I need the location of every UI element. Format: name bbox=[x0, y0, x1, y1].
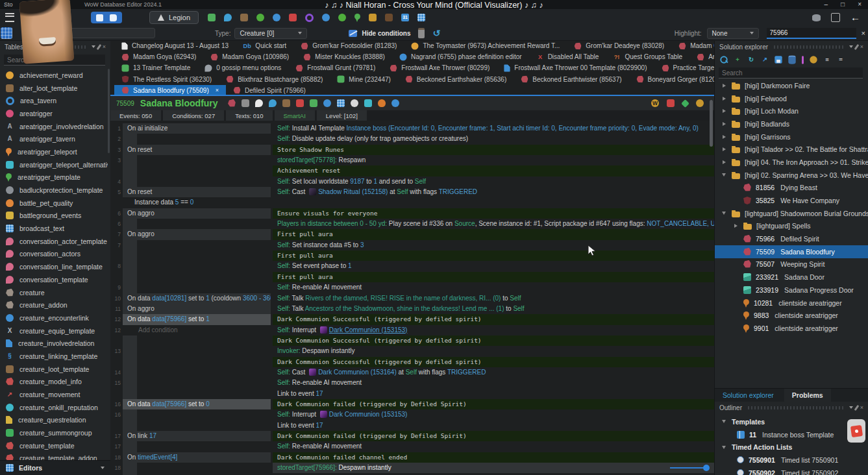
clipboard-icon[interactable] bbox=[418, 28, 425, 38]
dynamite-icon[interactable] bbox=[296, 99, 304, 107]
sidebar-item-creature_loot_template[interactable]: creature_loot_template bbox=[0, 363, 108, 376]
outliner-item-11[interactable]: 11Instance boss Template bbox=[715, 428, 868, 441]
script-row[interactable]: 17Self: Re-enable AI movement bbox=[110, 441, 714, 452]
event-cell[interactable]: On reset bbox=[123, 187, 271, 197]
script-action[interactable]: Self: Talk Ancestors of the Shadowmoon, … bbox=[273, 304, 714, 314]
tree-item-233919[interactable]: 233919Sadana Progress Door bbox=[715, 284, 868, 297]
phone-icon[interactable] bbox=[208, 14, 216, 21]
creature-icon[interactable] bbox=[227, 99, 236, 107]
script-row[interactable]: 15Self: Re-enable AI movement bbox=[110, 378, 714, 388]
paw-icon[interactable] bbox=[378, 99, 386, 107]
sidebar-item-creature_questrelation[interactable]: creature_questrelation bbox=[0, 414, 108, 427]
script-action[interactable]: Self: Install AI Template Instance boss … bbox=[273, 123, 714, 134]
sidebar-item-conversation_actors[interactable]: conversation_actors bbox=[0, 248, 108, 261]
eye-green-icon[interactable] bbox=[338, 14, 346, 21]
tab-close-icon[interactable]: × bbox=[216, 87, 219, 93]
tree-item-[higi] 04. The Iron Approach >> 01. Strike Wh...[interactable]: [higi] 04. The Iron Approach >> 01. Stri… bbox=[715, 156, 868, 169]
sidebar-item-creature_linking_template[interactable]: §creature_linking_template bbox=[0, 350, 108, 363]
chevron-right-icon[interactable] bbox=[723, 97, 726, 101]
panel-drag-area[interactable] bbox=[748, 406, 843, 409]
close-button[interactable]: × bbox=[858, 1, 862, 8]
tab-Archmage Celindra (29156)[interactable]: Archmage Celindra (29156) bbox=[689, 51, 714, 62]
outliner-item-7550902[interactable]: 7550902Timed list 7550902 bbox=[715, 467, 868, 475]
sidebar-item-creature_addon[interactable]: creature_addon bbox=[0, 298, 108, 311]
sql-icon[interactable] bbox=[788, 55, 795, 64]
tab-solution-explorer[interactable]: Solution explorer bbox=[715, 389, 782, 402]
outliner-item-7550901[interactable]: 7550901Timed list 7550901 bbox=[715, 454, 868, 467]
tree-item-233921[interactable]: 233921Sadana Door bbox=[715, 271, 868, 284]
tab-Nagrand (6755) phase definition editor[interactable]: Nagrand (6755) phase definition editor bbox=[392, 51, 529, 62]
script-action[interactable]: Self: Re-enable AI movement bbox=[273, 441, 714, 452]
sidebar-item-areatrigger_involvedrelation[interactable]: Aareatrigger_involvedrelation bbox=[0, 120, 108, 133]
event-cell[interactable]: On ai initialize bbox=[123, 123, 271, 134]
sidebar-item-creature_equip_template[interactable]: Xcreature_equip_template bbox=[0, 324, 108, 337]
add-condition-hint[interactable]: Add condition bbox=[123, 325, 178, 335]
sitemap-icon[interactable] bbox=[417, 14, 425, 21]
dynamite-red-icon[interactable] bbox=[667, 99, 675, 107]
script-row[interactable]: 12Add conditionSelf: Interrupt Dark Comm… bbox=[110, 325, 714, 335]
outliner-group-Timed Action Lists[interactable]: Timed Action Lists bbox=[715, 441, 868, 454]
speech-white-icon[interactable] bbox=[255, 99, 263, 107]
script-row[interactable]: 10On data data[10281] set to 1 (cooldown… bbox=[110, 293, 714, 304]
tree-item-10281[interactable]: 10281clientside areatrigger bbox=[715, 297, 868, 310]
script-row[interactable]: Link to event 17 bbox=[110, 389, 714, 399]
sidebar-item-achievement_reward[interactable]: achievement_reward bbox=[0, 69, 108, 82]
add-icon[interactable]: + bbox=[734, 56, 741, 63]
tree-item-75507[interactable]: 75507Weeping Spirit bbox=[715, 258, 868, 271]
event-cell[interactable]: On link 17 bbox=[123, 431, 271, 441]
sidebar-item-creature[interactable]: creature bbox=[0, 286, 108, 299]
script-row[interactable]: 1On ai initializeSelf: Install AI Templa… bbox=[110, 123, 714, 134]
tab-Mister Knuckles (83888)[interactable]: Mister Knuckles (83888) bbox=[296, 51, 392, 62]
sidebar-item-alter_loot_template[interactable]: alter_loot_template bbox=[0, 82, 108, 95]
tab-0 gossip menu options[interactable]: 0 gossip menu options bbox=[197, 62, 288, 73]
eye-icon[interactable] bbox=[256, 14, 264, 21]
script-link-row[interactable]: Link to event 17 bbox=[273, 420, 714, 431]
pin-icon[interactable] bbox=[854, 43, 859, 49]
script-action[interactable]: Self: Set event phase to 1 bbox=[273, 261, 714, 271]
event-cell[interactable]: On aggro bbox=[123, 208, 271, 219]
outliner-group-Templates[interactable]: Templates bbox=[715, 415, 868, 428]
script-action[interactable]: Self: Cast Shadow Ritual (152158) at Sel… bbox=[273, 187, 714, 197]
tab-Blixthraz Blastcharge (85882)[interactable]: Blixthraz Blastcharge (85882) bbox=[219, 74, 330, 85]
type-select[interactable]: Creature [0] bbox=[234, 28, 307, 39]
package-icon[interactable] bbox=[831, 13, 840, 22]
calendar-icon[interactable]: 31 bbox=[401, 14, 409, 21]
tab-Quest Groups Table[interactable]: ?!Quest Groups Table bbox=[606, 51, 689, 62]
script-comment[interactable]: First pull aura bbox=[273, 250, 714, 261]
script-action[interactable]: Self: Talk Rivers of the damned, RISE! R… bbox=[273, 293, 714, 304]
script-row[interactable]: 13Invoker: Despawn instantly bbox=[110, 346, 714, 356]
tab-Practice Target (80776)[interactable]: Practice Target (80776) bbox=[654, 62, 715, 73]
sidebar-item-conversation_template[interactable]: conversation_template bbox=[0, 273, 108, 286]
grid-view-icon[interactable] bbox=[1, 27, 12, 39]
pin-icon[interactable] bbox=[96, 43, 101, 49]
script-comment[interactable]: Achievement reset bbox=[273, 165, 714, 176]
search-icon[interactable] bbox=[720, 56, 727, 63]
tab-The Toymaster (9673) Achievement Reward T...[interactable]: The Toymaster (9673) Achievement Reward … bbox=[404, 40, 567, 51]
event-cell[interactable]: On data data[10281] set to 1 (cooldown 3… bbox=[123, 293, 271, 304]
expand-icon[interactable]: ↗ bbox=[761, 56, 768, 63]
script-row[interactable]: 2Self: Disable update delay (only for tr… bbox=[110, 134, 714, 144]
script-action[interactable]: Self: Interrupt Dark Communion (153153) bbox=[273, 325, 714, 335]
script-comment[interactable]: Dark Communion failed (triggered by Defi… bbox=[273, 399, 714, 409]
event-cell[interactable]: On data data[75966] set to 0 bbox=[123, 399, 271, 409]
script-row[interactable]: 7On aggroFirst pull aura bbox=[110, 229, 714, 239]
pin-icon[interactable] bbox=[854, 404, 859, 410]
totem-icon[interactable] bbox=[385, 14, 393, 21]
sidebar-item-areatrigger[interactable]: areatrigger bbox=[0, 107, 108, 120]
tree-item-[higi] Darkmoon Faire[interactable]: [higi] Darkmoon Faire bbox=[715, 79, 868, 92]
chevron-right-icon[interactable] bbox=[723, 109, 726, 113]
expansion-selector[interactable]: Legion bbox=[149, 11, 199, 24]
sidebar-item-creature_summongroup[interactable]: creature_summongroup bbox=[0, 426, 108, 439]
sidebar-item-conversation_line_template[interactable]: conversation_line_template bbox=[0, 260, 108, 273]
script-comment[interactable]: Dark Communion Successful (triggered by … bbox=[273, 357, 714, 367]
tree-item-9883[interactable]: 9883clientside areatrigger bbox=[715, 309, 868, 322]
script-row[interactable]: First pull aura bbox=[110, 250, 714, 261]
script-row[interactable]: 3On resetStore Shadow Runes bbox=[110, 145, 714, 155]
script-comment[interactable]: Dark Communion Successful (triggered by … bbox=[273, 314, 714, 324]
condition-text[interactable]: Instance data 5 == 0 bbox=[123, 197, 193, 208]
script-action[interactable]: Self: Cast Dark Communion (153164) at Se… bbox=[273, 367, 714, 378]
flag-icon[interactable] bbox=[364, 99, 372, 107]
menu-icon[interactable] bbox=[5, 13, 14, 22]
globe-icon[interactable] bbox=[322, 14, 330, 21]
script-row[interactable]: 4Self: Set local worldstate 9187 to 1 an… bbox=[110, 177, 714, 187]
